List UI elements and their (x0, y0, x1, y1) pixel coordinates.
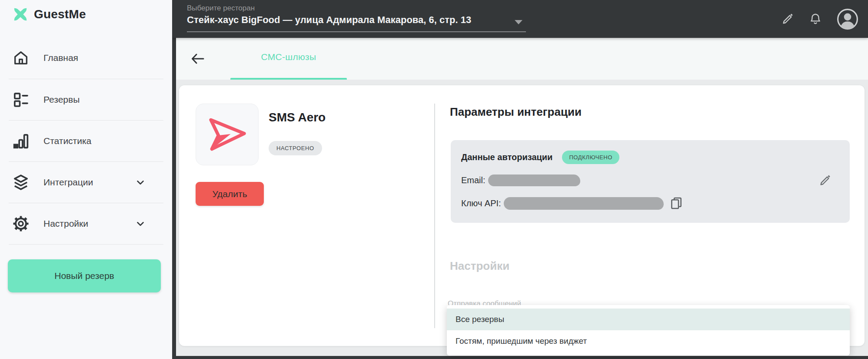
sidebar-divider (9, 244, 163, 245)
sidebar-item-settings[interactable]: Настройки (0, 203, 172, 244)
copy-icon (669, 196, 684, 211)
bell-icon[interactable] (809, 13, 822, 26)
paper-plane-icon (203, 111, 252, 158)
app-root: GuestMe Главная Резервы Статистика (0, 0, 868, 359)
sidebar-item-label: Резервы (43, 94, 80, 105)
send-messages-dropdown: Все резервы Гостям, пришедшим через видж… (447, 305, 850, 356)
auth-title: Данные авторизации (461, 152, 552, 162)
main-content: СМС-шлюзы SMS Aero НАСТРОЕНО Удалить Пар… (176, 38, 868, 356)
auth-panel: Данные авторизации ПОДКЛЮЧЕНО Email: Клю… (451, 140, 850, 223)
edit-pencil-icon[interactable] (781, 13, 794, 26)
tab-active-underline (230, 78, 347, 80)
sidebar-item-label: Статистика (43, 136, 91, 146)
sidebar: GuestMe Главная Резервы Статистика (0, 0, 172, 359)
guestme-x-icon (12, 6, 29, 23)
bar-chart-icon (12, 132, 30, 150)
connected-badge: ПОДКЛЮЧЕНО (562, 151, 619, 164)
reserves-list-icon (12, 91, 30, 108)
new-reserve-button[interactable]: Новый резерв (8, 259, 161, 292)
sidebar-item-label: Настройки (43, 218, 88, 229)
tab-label: СМС-шлюзы (230, 52, 347, 62)
vertical-divider (434, 104, 435, 328)
page-header: СМС-шлюзы (176, 38, 868, 80)
sidebar-item-label: Интеграции (43, 177, 93, 188)
copy-button[interactable] (669, 196, 684, 211)
dropdown-option-all-reserves[interactable]: Все резервы (447, 309, 850, 330)
brand-name: GuestMe (34, 7, 86, 21)
back-button[interactable] (190, 52, 205, 66)
arrow-left-icon (190, 52, 205, 66)
gear-icon (12, 215, 30, 232)
restaurant-select-underline (187, 31, 526, 32)
params-title: Параметры интеграции (450, 105, 582, 119)
user-avatar[interactable] (837, 8, 858, 30)
restaurant-select-label: Выберите ресторан (187, 4, 255, 13)
pencil-icon (818, 174, 831, 187)
email-value-redacted (488, 174, 580, 186)
sidebar-item-label: Главная (43, 53, 78, 63)
configured-badge: НАСТРОЕНО (269, 141, 322, 155)
tab-sms-gateways[interactable]: СМС-шлюзы (230, 38, 347, 80)
chevron-down-icon (135, 218, 146, 229)
topbar: Выберите ресторан Стейк-хаус BigFood — у… (172, 0, 868, 38)
home-icon (12, 49, 30, 67)
sidebar-item-integrations[interactable]: Интеграции (0, 161, 172, 203)
layers-icon (12, 174, 30, 191)
integration-logo-box (196, 104, 259, 165)
api-key-label: Ключ API: (461, 198, 501, 208)
sidebar-item-statistics[interactable]: Статистика (0, 120, 172, 161)
integration-name: SMS Aero (269, 111, 326, 124)
email-label: Email: (461, 175, 486, 185)
dropdown-option-widget-guests[interactable]: Гостям, пришедшим через виджет (447, 330, 850, 352)
restaurant-caret-icon[interactable] (515, 20, 522, 24)
chevron-down-icon (135, 177, 146, 188)
brand-logo[interactable]: GuestMe (12, 6, 86, 23)
delete-button[interactable]: Удалить (196, 182, 264, 206)
edit-auth-button[interactable] (818, 174, 831, 187)
sidebar-item-reserves[interactable]: Резервы (0, 79, 172, 120)
sidebar-item-home[interactable]: Главная (0, 37, 172, 78)
api-key-value-redacted (504, 197, 664, 210)
settings-section-title: Настройки (450, 259, 509, 273)
restaurant-select[interactable]: Стейк-хаус BigFood — улица Адмирала Мака… (187, 14, 471, 26)
